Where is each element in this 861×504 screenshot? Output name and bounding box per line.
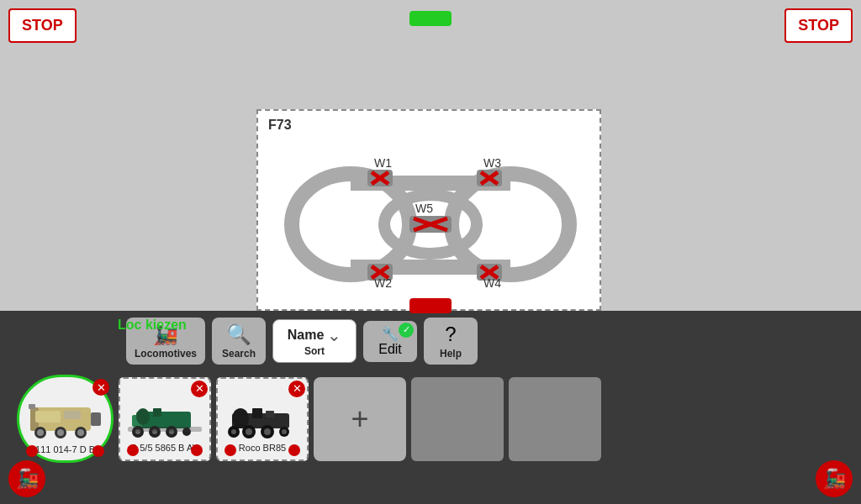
- svg-text:W1: W1: [374, 156, 392, 170]
- svg-rect-36: [29, 404, 35, 409]
- loco-card-3[interactable]: ✕ Roco BR85: [216, 377, 309, 461]
- help-button[interactable]: ? Help: [424, 318, 478, 365]
- svg-point-50: [232, 408, 249, 428]
- loco-dot-right-3: [288, 444, 300, 456]
- svg-text:W3: W3: [483, 156, 501, 170]
- loco-name-3: Roco BR85: [239, 443, 286, 454]
- wrench-icon: 🔧: [382, 326, 399, 342]
- loco-close-3[interactable]: ✕: [288, 381, 305, 397]
- track-label: F73: [268, 118, 292, 133]
- search-button[interactable]: 🔍 Search: [212, 318, 266, 365]
- sort-label: Sort: [304, 345, 325, 357]
- chevron-down-icon: ⌄: [327, 325, 341, 345]
- svg-text:W5: W5: [415, 202, 433, 215]
- top-status-indicator: [409, 11, 452, 26]
- svg-rect-35: [64, 411, 81, 419]
- track-diagram-panel: F73: [256, 109, 601, 311]
- svg-point-58: [264, 428, 271, 435]
- empty-slot-1: [411, 377, 504, 461]
- plus-icon: +: [351, 402, 368, 437]
- svg-text:W2: W2: [374, 276, 392, 290]
- loco-close-1[interactable]: ✕: [92, 379, 109, 396]
- edit-label: Edit: [378, 342, 402, 357]
- empty-slot-2: [509, 377, 601, 461]
- svg-rect-34: [35, 411, 61, 423]
- svg-point-54: [231, 429, 236, 434]
- svg-point-39: [136, 408, 150, 425]
- svg-rect-27: [91, 412, 101, 426]
- add-locomotive-button[interactable]: +: [314, 377, 406, 461]
- loco-dot-right-1: [92, 445, 104, 457]
- locomotives-label: Locomotives: [135, 348, 197, 360]
- track-svg: W1 W3 W2 W4 W5: [267, 140, 594, 300]
- svg-point-31: [57, 429, 64, 436]
- bottom-drawer: Loc kiezen 🚂 Locomotives 🔍 Search Name ⌄…: [0, 311, 861, 504]
- loco-dot-left-2: [127, 444, 139, 456]
- loco-dot-left-3: [224, 444, 236, 456]
- search-label: Search: [222, 348, 256, 360]
- stop-button-left[interactable]: STOP: [8, 8, 77, 43]
- loco-image-1: [28, 396, 103, 443]
- sort-name-value: Name: [288, 328, 325, 343]
- search-icon: 🔍: [226, 323, 251, 346]
- help-icon: ?: [445, 323, 456, 346]
- svg-rect-40: [153, 408, 161, 417]
- loco-image-2: [127, 395, 203, 441]
- svg-point-33: [77, 429, 84, 436]
- svg-point-60: [282, 429, 287, 434]
- edit-check-icon: ✓: [399, 323, 414, 338]
- toolbar: Loc kiezen 🚂 Locomotives 🔍 Search Name ⌄…: [0, 311, 861, 371]
- red-toggle[interactable]: [409, 298, 452, 313]
- loco-image-3: [224, 395, 300, 441]
- locomotive-list: ✕ 111 014-7 D B: [0, 375, 861, 463]
- loco-dot-left-1: [26, 445, 38, 457]
- svg-rect-48: [128, 427, 202, 432]
- svg-text:W4: W4: [483, 276, 501, 290]
- svg-point-29: [37, 429, 44, 436]
- loco-name-1: 111 014-7 D B: [35, 444, 95, 455]
- help-label: Help: [440, 348, 462, 360]
- stop-button-right[interactable]: STOP: [784, 8, 853, 43]
- loco-dot-right-2: [191, 444, 203, 456]
- loco-close-2[interactable]: ✕: [191, 381, 208, 397]
- svg-rect-51: [252, 408, 262, 418]
- svg-point-56: [246, 428, 252, 435]
- edit-button[interactable]: 🔧 Edit ✓: [363, 321, 417, 362]
- train-icon-left[interactable]: 🚂: [8, 460, 45, 497]
- loco-card-2[interactable]: ✕ G 5/5 5865 B AY.: [119, 377, 211, 461]
- loc-kiezen-label: Loc kiezen: [118, 318, 187, 333]
- loco-card-1[interactable]: ✕ 111 014-7 D B: [17, 375, 114, 463]
- loco-name-2: G 5/5 5865 B AY.: [130, 443, 200, 454]
- svg-rect-52: [266, 411, 274, 417]
- train-icon-right[interactable]: 🚂: [816, 460, 853, 497]
- sort-button[interactable]: Name ⌄ Sort: [272, 319, 357, 363]
